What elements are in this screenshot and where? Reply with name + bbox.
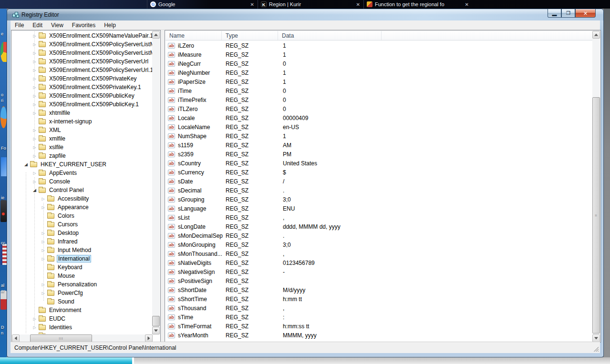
- expander-collapsed-icon[interactable]: ▷: [32, 171, 37, 175]
- expander-collapsed-icon[interactable]: ▷: [41, 248, 45, 253]
- registry-value-row[interactable]: abiMeasureREG_SZ1: [165, 50, 593, 59]
- menu-item-favorites[interactable]: Favorites: [68, 21, 100, 30]
- registry-value-row[interactable]: abNumShapeREG_SZ1: [165, 131, 593, 141]
- registry-value-row[interactable]: absCurrencyREG_SZ$: [165, 168, 593, 177]
- scroll-right-button[interactable]: [145, 334, 153, 342]
- tree-item[interactable]: ▷xmlfile: [12, 134, 153, 143]
- registry-value-row[interactable]: absGroupingREG_SZ3;0: [165, 195, 593, 204]
- scrollbar-thumb[interactable]: ≡: [592, 97, 600, 334]
- registry-value-row[interactable]: absNativeDigitsREG_SZ0123456789: [165, 258, 593, 267]
- tree-item[interactable]: ▷X509Enrollment.CX509PolicyServerUrl: [12, 57, 153, 66]
- tree-item[interactable]: ▷X509Enrollment.CX509PolicyServerUrl.1: [12, 66, 153, 74]
- tree-item[interactable]: ▷XML: [12, 126, 153, 134]
- tree-item[interactable]: ▷Accessibility: [12, 194, 153, 203]
- tree-item[interactable]: ▷X509Enrollment.CX509PublicKey.1: [12, 100, 153, 109]
- tree-item[interactable]: ▷X509Enrollment.CX509NameValuePair.1: [12, 31, 153, 40]
- expander-collapsed-icon[interactable]: ▷: [41, 197, 45, 201]
- tree-item[interactable]: ▷X509Enrollment.CX509PublicKey: [12, 91, 153, 100]
- tree-item[interactable]: ▷X509Enrollment.CX509PolicyServerListMa: [12, 40, 153, 49]
- registry-value-row[interactable]: absLanguageREG_SZENU: [165, 204, 593, 213]
- registry-value-row[interactable]: absTimeFormatREG_SZh:mm:ss tt: [165, 322, 593, 331]
- close-button[interactable]: ✕: [575, 9, 596, 18]
- tree-item[interactable]: ▷Infrared: [12, 237, 153, 246]
- scroll-down-button[interactable]: [592, 334, 600, 342]
- menu-item-view[interactable]: View: [47, 21, 68, 30]
- expander-collapsed-icon[interactable]: ▷: [41, 240, 45, 244]
- registry-value-row[interactable]: abLocaleNameREG_SZen-US: [165, 122, 593, 131]
- tree-item[interactable]: Cursors: [12, 220, 153, 229]
- column-header-name[interactable]: Name: [165, 31, 222, 40]
- scrollbar-thumb[interactable]: [152, 316, 160, 326]
- registry-value-row[interactable]: abiTimeREG_SZ0: [165, 86, 593, 95]
- registry-value-row[interactable]: absShortTimeREG_SZh:mm tt: [165, 294, 593, 303]
- tree-item[interactable]: Colors: [12, 212, 153, 220]
- registry-value-row[interactable]: abs2359REG_SZPM: [165, 150, 593, 159]
- registry-value-row[interactable]: absMonDecimalSepREG_SZ.: [165, 231, 593, 240]
- tree-item[interactable]: ▷Console: [12, 177, 153, 186]
- tree-item[interactable]: ▷X509Enrollment.CX509PolicyServerListMa: [12, 49, 153, 57]
- expander-collapsed-icon[interactable]: ▷: [41, 257, 45, 261]
- tree-item[interactable]: Sound: [12, 297, 153, 306]
- scroll-up-button[interactable]: [152, 31, 160, 39]
- registry-value-row[interactable]: abs1159REG_SZAM: [165, 141, 593, 150]
- expander-expanded-icon[interactable]: ◢: [32, 188, 37, 192]
- registry-value-row[interactable]: absShortDateREG_SZM/d/yyyy: [165, 285, 593, 294]
- expander-collapsed-icon[interactable]: ▷: [32, 145, 37, 150]
- tree-item[interactable]: ▷PowerCfg: [12, 289, 153, 297]
- expander-collapsed-icon[interactable]: ▷: [32, 68, 37, 72]
- tree-item[interactable]: x-internet-signup: [12, 117, 153, 126]
- expander-collapsed-icon[interactable]: ▷: [32, 325, 37, 330]
- expander-collapsed-icon[interactable]: ▷: [32, 94, 37, 98]
- tree-item[interactable]: ▷International: [12, 254, 153, 263]
- menu-item-edit[interactable]: Edit: [28, 21, 47, 30]
- maximize-button[interactable]: ❐: [561, 9, 575, 18]
- scrollbar-thumb[interactable]: III: [30, 334, 92, 342]
- browser-tab[interactable]: KRegion | Kurir✕: [258, 0, 363, 9]
- tree-item[interactable]: ▷: [12, 332, 153, 334]
- browser-tab[interactable]: Function to get the regional fo✕: [363, 0, 472, 9]
- scroll-left-button[interactable]: [12, 334, 20, 342]
- registry-value-row[interactable]: absListREG_SZ,: [165, 213, 593, 222]
- registry-value-row[interactable]: absThousandREG_SZ,: [165, 303, 593, 313]
- tree-item[interactable]: ◢HKEY_CURRENT_USER: [12, 160, 153, 169]
- registry-value-row[interactable]: absNegativeSignREG_SZ-: [165, 267, 593, 276]
- menu-item-help[interactable]: Help: [100, 21, 120, 30]
- expander-collapsed-icon[interactable]: ▷: [32, 77, 37, 81]
- values-vertical-scrollbar[interactable]: ≡: [592, 31, 600, 343]
- registry-value-row[interactable]: absCountryREG_SZUnited States: [165, 159, 593, 168]
- browser-tab[interactable]: GGoogle✕: [147, 0, 258, 9]
- registry-value-row[interactable]: absTimeREG_SZ:: [165, 313, 593, 322]
- tree-item[interactable]: ▷zapfile: [12, 152, 153, 160]
- registry-value-row[interactable]: abiTLZeroREG_SZ0: [165, 104, 593, 113]
- expander-collapsed-icon[interactable]: ▷: [32, 111, 37, 115]
- column-header-type[interactable]: Type: [222, 31, 278, 40]
- expander-collapsed-icon[interactable]: ▷: [32, 154, 37, 158]
- tree-item[interactable]: Environment: [12, 306, 153, 314]
- expander-collapsed-icon[interactable]: ▷: [32, 34, 37, 38]
- registry-value-row[interactable]: absMonThousand...REG_SZ,: [165, 249, 593, 258]
- expander-collapsed-icon[interactable]: ▷: [32, 137, 37, 141]
- expander-collapsed-icon[interactable]: ▷: [41, 291, 45, 295]
- expander-expanded-icon[interactable]: ◢: [24, 162, 28, 167]
- registry-value-row[interactable]: absDateREG_SZ/: [165, 177, 593, 186]
- expander-collapsed-icon[interactable]: ▷: [32, 51, 37, 55]
- minimize-button[interactable]: ▬: [548, 9, 561, 18]
- tree-item[interactable]: ▷xhtmlfile: [12, 109, 153, 117]
- registry-value-row[interactable]: abiLZeroREG_SZ1: [165, 41, 593, 50]
- expander-collapsed-icon[interactable]: ▷: [32, 85, 37, 90]
- tree-item[interactable]: ▷EUDC: [12, 314, 153, 323]
- tree-item[interactable]: ▷Identities: [12, 323, 153, 332]
- tree-item[interactable]: Keyboard: [12, 263, 153, 272]
- tree-item[interactable]: ▷X509Enrollment.CX509PrivateKey.1: [12, 83, 153, 91]
- expander-collapsed-icon[interactable]: ▷: [32, 317, 37, 321]
- expander-collapsed-icon[interactable]: ▷: [41, 283, 45, 287]
- tree-item[interactable]: ▷X509Enrollment.CX509PrivateKey: [12, 74, 153, 83]
- registry-value-row[interactable]: absPositiveSignREG_SZ: [165, 276, 593, 285]
- registry-value-row[interactable]: abiPaperSizeREG_SZ1: [165, 77, 593, 86]
- registry-value-row[interactable]: abiNegNumberREG_SZ1: [165, 68, 593, 77]
- tree-item[interactable]: ▷xslfile: [12, 143, 153, 152]
- tab-close-icon[interactable]: ✕: [250, 2, 254, 7]
- tree-item[interactable]: ◢Control Panel: [12, 186, 153, 194]
- tree-item[interactable]: ▷AppEvents: [12, 169, 153, 177]
- registry-value-row[interactable]: abiNegCurrREG_SZ0: [165, 59, 593, 68]
